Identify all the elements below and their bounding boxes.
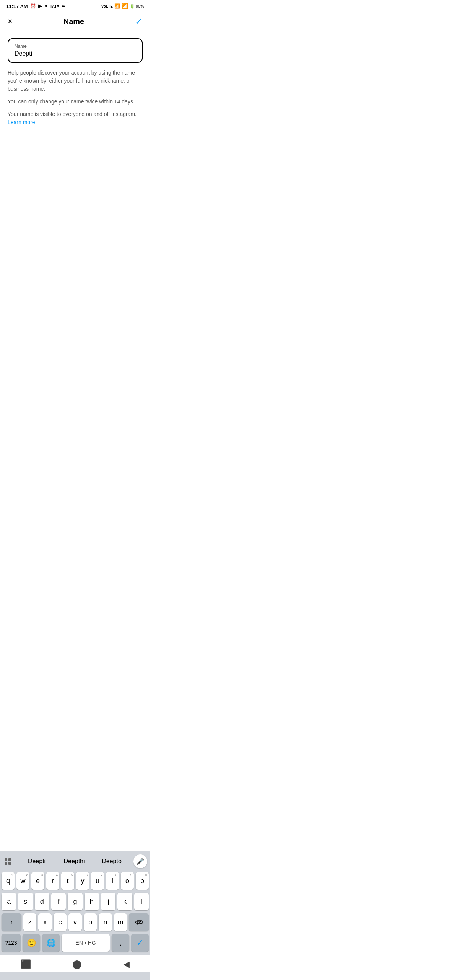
status-left: 11:17 AM ⏰ ▶ ✦ TATA •• [6, 3, 65, 9]
name-input-row: Deepti [15, 50, 136, 57]
page-title: Name [63, 17, 84, 26]
volte-icon: VoLTE [101, 4, 113, 8]
text-cursor [33, 50, 33, 57]
learn-more-link[interactable]: Learn more [8, 119, 35, 125]
info-text-1: Help people discover your account by usi… [8, 69, 143, 93]
youtube-icon: ▶ [38, 3, 42, 9]
tata-icon: TATA [50, 4, 59, 8]
name-input-value: Deepti [15, 50, 32, 57]
empty-space [0, 137, 150, 260]
close-button[interactable]: × [6, 16, 14, 27]
alarm-icon: ⏰ [30, 3, 36, 9]
name-field-label: Name [15, 44, 136, 49]
signal-icon: 📶 [114, 3, 120, 9]
battery-icon: 🔋 [130, 4, 135, 9]
battery-percent: 90% [136, 4, 144, 8]
visibility-text: Your name is visible to everyone on and … [8, 111, 137, 117]
confirm-button[interactable]: ✓ [133, 15, 144, 28]
dots-icon: •• [62, 3, 65, 9]
battery-indicator: 🔋 90% [130, 4, 144, 9]
extra-icon: ✦ [44, 3, 48, 9]
name-input-field[interactable]: Name Deepti [8, 38, 143, 63]
status-right: VoLTE 📶 📶 🔋 90% [101, 3, 144, 9]
status-time: 11:17 AM [6, 3, 28, 9]
header: × Name ✓ [0, 11, 150, 32]
wifi-icon: 📶 [122, 3, 128, 9]
main-content: Name Deepti Help people discover your ac… [0, 32, 150, 137]
info-text-2: You can only change your name twice with… [8, 98, 143, 106]
status-bar: 11:17 AM ⏰ ▶ ✦ TATA •• VoLTE 📶 📶 🔋 90% [0, 0, 150, 11]
info-text-3: Your name is visible to everyone on and … [8, 110, 143, 126]
